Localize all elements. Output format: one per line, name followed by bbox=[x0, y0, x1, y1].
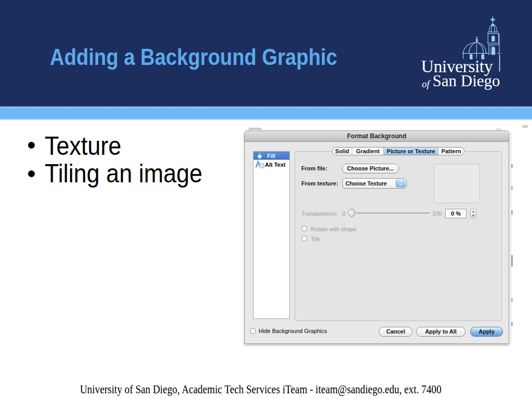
svg-text:of: of bbox=[422, 78, 431, 89]
svg-text:San Diego: San Diego bbox=[433, 72, 500, 90]
